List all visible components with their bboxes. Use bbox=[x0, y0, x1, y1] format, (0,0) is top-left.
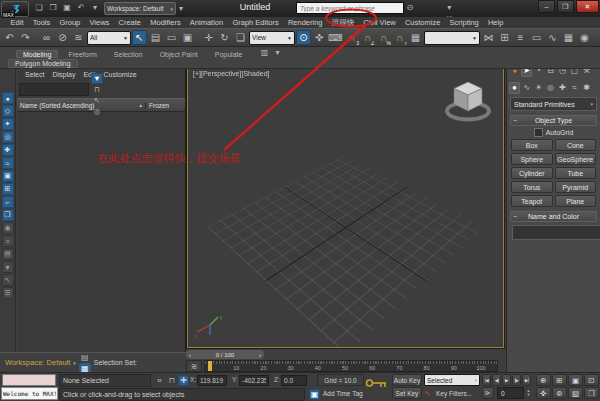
menu-views[interactable]: Views bbox=[85, 18, 114, 27]
find-icon[interactable]: Θ bbox=[404, 2, 416, 13]
menu-customize[interactable]: Customize bbox=[400, 18, 445, 27]
ribbon-tab-freeform[interactable]: Freeform bbox=[61, 50, 103, 58]
menu-tools[interactable]: Tools bbox=[28, 18, 55, 27]
display-bones-icon[interactable]: ⌐ bbox=[2, 196, 14, 208]
zoom-region-icon[interactable]: ▧ bbox=[568, 387, 583, 399]
menu-modifiers[interactable]: Modifiers bbox=[146, 18, 186, 27]
explorer-settings-icon[interactable]: ☰ bbox=[2, 287, 14, 299]
select-and-rotate-icon[interactable]: ↻ bbox=[217, 30, 232, 45]
menu-graph-editors[interactable]: Graph Editors bbox=[228, 18, 283, 27]
edit-named-selections-icon[interactable]: ▦ bbox=[408, 30, 423, 45]
align-icon[interactable]: ⊞ bbox=[497, 30, 512, 45]
explorer-menu-select[interactable]: Select bbox=[21, 71, 48, 78]
bind-to-spacewarp-icon[interactable]: ≋ bbox=[71, 30, 86, 45]
menu-edit[interactable]: Edit bbox=[6, 18, 28, 27]
infocenter-search-input[interactable] bbox=[296, 2, 404, 14]
named-selection-dropdown[interactable]: ▼ bbox=[424, 31, 480, 45]
explorer-search-input[interactable] bbox=[19, 83, 89, 96]
objtype-box-button[interactable]: Box bbox=[511, 139, 553, 151]
key-mode-toggle-icon[interactable]: ⊳ bbox=[482, 387, 494, 399]
display-shapes-icon[interactable]: ◇ bbox=[2, 105, 14, 117]
close-button[interactable]: ✕ bbox=[576, 0, 599, 13]
object-name-field[interactable] bbox=[512, 225, 600, 240]
cameras-icon[interactable]: ◎ bbox=[545, 82, 556, 94]
go-to-end-icon[interactable]: ▶| bbox=[522, 374, 531, 386]
new-file-icon[interactable]: ❏ bbox=[33, 2, 45, 13]
geometry-icon[interactable]: ● bbox=[509, 82, 520, 94]
explorer-menu-customize[interactable]: Customize bbox=[99, 71, 140, 78]
absolute-mode-icon[interactable]: ✛ bbox=[178, 375, 189, 386]
zoom-icon[interactable]: ⊕ bbox=[536, 374, 551, 386]
shapes-icon[interactable]: ∿ bbox=[521, 82, 532, 94]
z-coordinate-field[interactable] bbox=[281, 375, 307, 386]
maximize-button[interactable]: ❐ bbox=[557, 0, 574, 13]
systems-icon[interactable]: ✱ bbox=[581, 82, 592, 94]
category-dropdown[interactable]: Standard Primitives▾ bbox=[510, 97, 597, 111]
use-pivot-center-icon[interactable]: ⊙ bbox=[296, 30, 311, 45]
schematic-view-icon[interactable]: ▦ bbox=[561, 30, 576, 45]
sort-mode-icon[interactable]: ≡ bbox=[2, 235, 14, 247]
zoom-extents-icon[interactable]: ▣ bbox=[568, 374, 583, 386]
select-and-manipulate-icon[interactable]: ✜ bbox=[312, 30, 327, 45]
filter-icon[interactable]: ▼ bbox=[91, 73, 103, 84]
play-icon[interactable]: ▶ bbox=[502, 374, 511, 386]
open-file-icon[interactable]: ❒ bbox=[47, 2, 59, 13]
zoom-all-icon[interactable]: ⊞ bbox=[552, 374, 567, 386]
spacewarps-icon[interactable]: ≈ bbox=[569, 82, 580, 94]
menu-group[interactable]: Group bbox=[55, 18, 85, 27]
name-color-rollout-header[interactable]: −Name and Color bbox=[510, 211, 597, 222]
lights-icon[interactable]: ☀ bbox=[533, 82, 544, 94]
objtype-geosphere-button[interactable]: GeoSphere bbox=[555, 153, 597, 165]
object-type-rollout-header[interactable]: −Object Type bbox=[510, 115, 597, 126]
menu-rendering[interactable]: Rendering bbox=[283, 18, 327, 27]
selection-region-icon[interactable]: ▭ bbox=[164, 30, 179, 45]
display-geometry-icon[interactable]: ● bbox=[2, 92, 14, 104]
snap-toggle-3d-icon[interactable]: ∩3 bbox=[344, 30, 359, 45]
explorer-filter-icon[interactable]: ▼ bbox=[2, 261, 14, 273]
explorer-pick-icon[interactable]: ↖ bbox=[2, 274, 14, 286]
set-key-button[interactable]: Set Key bbox=[392, 387, 422, 399]
minimize-button[interactable]: – bbox=[538, 0, 555, 13]
display-cameras-icon[interactable]: ◎ bbox=[2, 131, 14, 143]
select-and-move-icon[interactable]: ✛ bbox=[201, 30, 216, 45]
orbit-icon[interactable]: ⊚ bbox=[552, 387, 567, 399]
curve-editor-icon[interactable]: ∿ bbox=[545, 30, 560, 45]
add-time-tag[interactable]: Add Time Tag bbox=[323, 390, 363, 397]
key-filters-button[interactable]: Key Filters... bbox=[436, 390, 472, 397]
select-and-scale-icon[interactable]: ❏ bbox=[233, 30, 248, 45]
mini-curve-editor-button[interactable]: ≋ bbox=[186, 360, 202, 372]
viewport-label[interactable]: [+][Perspective][Shaded] bbox=[193, 70, 269, 77]
current-frame-field[interactable]: 0 bbox=[497, 387, 524, 399]
objtype-plane-button[interactable]: Plane bbox=[555, 195, 597, 207]
autogrid-checkbox[interactable] bbox=[534, 128, 543, 137]
maximize-viewport-icon[interactable]: ❒ bbox=[584, 387, 599, 399]
objtype-cone-button[interactable]: Cone bbox=[555, 139, 597, 151]
column-frozen-header[interactable]: Frozen bbox=[145, 102, 185, 109]
frame-spinner[interactable]: ▲▼ bbox=[525, 387, 532, 399]
menu-animation[interactable]: Animation bbox=[185, 18, 228, 27]
select-object-icon[interactable]: ↖ bbox=[132, 30, 147, 45]
menu-civil-view[interactable]: Civil View bbox=[359, 18, 401, 27]
ribbon-toggle-icon[interactable]: ▭ bbox=[529, 30, 544, 45]
menu-scripting[interactable]: Scripting bbox=[445, 18, 483, 27]
display-xrefs-icon[interactable]: ⊞ bbox=[2, 183, 14, 195]
x-coordinate-field[interactable] bbox=[197, 375, 227, 386]
undo-qat-icon[interactable]: ↶ bbox=[75, 2, 87, 13]
selection-filter-dropdown[interactable]: All▼ bbox=[87, 31, 131, 45]
selection-lock-icon[interactable]: ⊓ bbox=[166, 375, 177, 386]
zoom-extents-all-icon[interactable]: ⊡ bbox=[584, 374, 599, 386]
objtype-torus-button[interactable]: Torus bbox=[511, 181, 553, 193]
ribbon-minimize-icon[interactable]: ▾ bbox=[271, 47, 283, 58]
display-helpers-icon[interactable]: ✚ bbox=[2, 144, 14, 156]
ribbon-tab-modeling[interactable]: Modeling bbox=[16, 50, 58, 58]
objtype-cylinder-button[interactable]: Cylinder bbox=[511, 167, 553, 179]
column-name-header[interactable]: Name (Sorted Ascending)▲ bbox=[17, 102, 145, 109]
display-materials-icon[interactable]: ◉ bbox=[2, 222, 14, 234]
material-editor-icon[interactable]: ◉ bbox=[577, 30, 592, 45]
polygon-modeling-panel[interactable]: Polygon Modeling bbox=[8, 59, 78, 68]
maxscript-mini-listener[interactable] bbox=[2, 374, 56, 386]
y-coordinate-field[interactable] bbox=[239, 375, 269, 386]
helpers-icon[interactable]: ✚ bbox=[557, 82, 568, 94]
previous-frame-icon[interactable]: ◀| bbox=[492, 374, 501, 386]
pan-icon[interactable]: ✜ bbox=[536, 387, 551, 399]
